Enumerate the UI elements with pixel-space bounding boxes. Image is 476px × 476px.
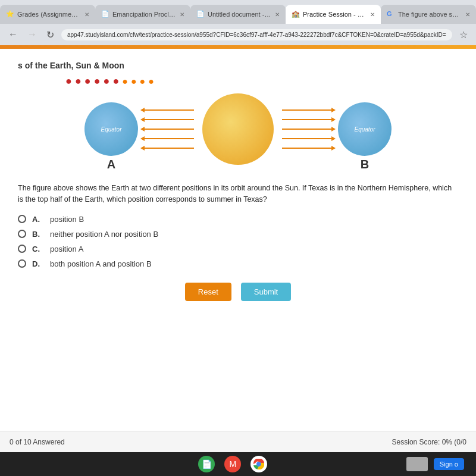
arrows-right bbox=[276, 108, 336, 151]
tab-emancipation-label: Emancipation Procla... bbox=[112, 11, 177, 18]
answered-count: 0 of 10 Answered bbox=[10, 438, 65, 446]
tab-google-label: The figure above sho... bbox=[398, 11, 462, 18]
back-button[interactable]: ← bbox=[6, 28, 20, 41]
earth-b-label: Equator bbox=[354, 126, 375, 133]
answer-choices: A. position B B. neither position A nor … bbox=[18, 215, 458, 268]
google-icon: G bbox=[387, 10, 395, 18]
untitled-icon: 📄 bbox=[196, 10, 205, 18]
radio-b[interactable] bbox=[18, 230, 26, 238]
status-bar: 0 of 10 Answered Session Score: 0% (0/0 bbox=[0, 431, 476, 452]
label-a: A bbox=[107, 158, 115, 171]
earth-b: Equator bbox=[338, 102, 392, 156]
arrow-left-4 bbox=[140, 136, 194, 141]
tab-untitled-close[interactable]: ✕ bbox=[275, 11, 280, 18]
choice-c[interactable]: C. position A bbox=[18, 245, 458, 253]
taskbar-thumb bbox=[406, 457, 428, 471]
sign-out-button[interactable]: Sign o bbox=[434, 458, 464, 470]
tab-google-close[interactable]: ✕ bbox=[465, 11, 470, 18]
grades-icon: ⭐ bbox=[6, 10, 14, 18]
reset-button[interactable]: Reset bbox=[185, 283, 231, 301]
earth-a-label: Equator bbox=[101, 126, 121, 133]
tab-grades[interactable]: ⭐ Grades (Assignment... ✕ bbox=[0, 5, 95, 24]
action-buttons: Reset Submit bbox=[18, 283, 458, 301]
letter-d: D. bbox=[32, 259, 44, 268]
browser-nav: ← → ↻ app47.studyisland.com/cfw/test/pra… bbox=[0, 24, 476, 45]
text-c: position A bbox=[50, 245, 83, 253]
taskbar-icons: 📄 M bbox=[60, 456, 406, 472]
letter-a: A. bbox=[32, 215, 44, 224]
reload-button[interactable]: ↻ bbox=[44, 28, 57, 42]
letter-b: B. bbox=[32, 230, 44, 239]
choice-d[interactable]: D. both position A and position B bbox=[18, 259, 458, 268]
earth-a-container: Equator A bbox=[84, 102, 138, 156]
page-content: s of the Earth, Sun & Moon ● ● ● ● ● ● ●… bbox=[0, 49, 476, 431]
radio-a[interactable] bbox=[18, 215, 26, 223]
submit-button[interactable]: Submit bbox=[241, 283, 291, 301]
choice-b[interactable]: B. neither position A nor position B bbox=[18, 230, 458, 239]
forward-button[interactable]: → bbox=[25, 28, 39, 41]
tab-practice-close[interactable]: ✕ bbox=[370, 11, 375, 18]
session-score: Session Score: 0% (0/0 bbox=[392, 438, 466, 446]
tab-practice-label: Practice Session - Me... bbox=[303, 11, 367, 18]
arrow-right-5 bbox=[282, 146, 336, 151]
arrows-left bbox=[140, 108, 200, 151]
taskbar: 📄 M Sign o bbox=[0, 452, 476, 476]
taskbar-right: Sign o bbox=[406, 457, 464, 471]
tab-emancipation-close[interactable]: ✕ bbox=[180, 11, 184, 18]
earth-a: Equator bbox=[84, 102, 138, 156]
svg-point-0 bbox=[256, 462, 261, 466]
arrow-left-1 bbox=[140, 108, 194, 112]
section-title: s of the Earth, Sun & Moon bbox=[18, 61, 458, 70]
taskbar-gmail-icon[interactable]: M bbox=[224, 456, 241, 472]
sun bbox=[202, 93, 274, 165]
tab-untitled-label: Untitled document - G... bbox=[208, 11, 272, 18]
question-text: The figure above shows the Earth at two … bbox=[18, 183, 458, 205]
practice-icon: 🏫 bbox=[292, 10, 300, 18]
arrow-right-1 bbox=[282, 108, 336, 112]
emancipation-icon: 📄 bbox=[101, 10, 109, 18]
arrow-right-2 bbox=[282, 117, 336, 122]
tab-untitled[interactable]: 📄 Untitled document - G... ✕ bbox=[190, 5, 286, 24]
tab-grades-label: Grades (Assignment... bbox=[17, 11, 82, 18]
earth-b-container: Equator B bbox=[338, 102, 392, 156]
arrow-right-3 bbox=[282, 127, 336, 131]
decorative-dots: ● ● ● ● ● ● ● ● ● ● bbox=[65, 75, 458, 87]
choice-a[interactable]: A. position B bbox=[18, 215, 458, 224]
taskbar-chrome-icon[interactable] bbox=[250, 456, 267, 472]
address-bar[interactable]: app47.studyisland.com/cfw/test/practice-… bbox=[61, 29, 452, 40]
taskbar-docs-icon[interactable]: 📄 bbox=[198, 456, 215, 472]
arrow-left-2 bbox=[140, 117, 194, 122]
tab-bar: ⭐ Grades (Assignment... ✕ 📄 Emancipation… bbox=[0, 0, 476, 24]
diagram-container: Equator A bbox=[65, 93, 411, 165]
bookmark-button[interactable]: ☆ bbox=[457, 28, 470, 42]
letter-c: C. bbox=[32, 245, 44, 253]
arrow-left-3 bbox=[140, 127, 194, 131]
tab-grades-close[interactable]: ✕ bbox=[84, 11, 89, 18]
tab-emancipation[interactable]: 📄 Emancipation Procla... ✕ bbox=[95, 5, 190, 24]
arrow-right-4 bbox=[282, 136, 336, 141]
text-a: position B bbox=[50, 215, 84, 224]
chrome-svg bbox=[253, 459, 264, 469]
label-b: B bbox=[361, 158, 369, 171]
text-b: neither position A nor position B bbox=[50, 230, 158, 239]
radio-c[interactable] bbox=[18, 245, 26, 253]
tab-practice[interactable]: 🏫 Practice Session - Me... ✕ bbox=[286, 5, 381, 24]
radio-d[interactable] bbox=[18, 259, 26, 268]
tab-google[interactable]: G The figure above sho... ✕ bbox=[381, 5, 476, 24]
text-d: both position A and position B bbox=[50, 259, 152, 268]
arrow-left-5 bbox=[140, 146, 194, 151]
